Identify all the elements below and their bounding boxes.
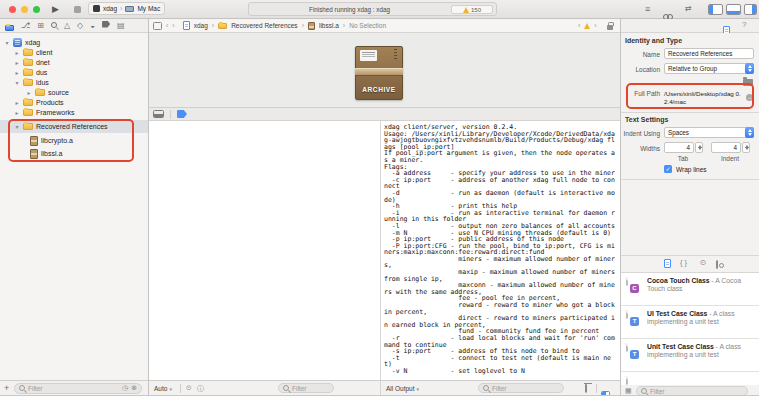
scheme-name: xdag: [103, 5, 117, 12]
warning-count-badge[interactable]: 150: [451, 5, 493, 14]
close-window-button[interactable]: [9, 6, 16, 13]
toggle-inspector-button[interactable]: [744, 4, 757, 15]
version-editor-button[interactable]: ⇄: [685, 4, 692, 13]
tree-row-libssl[interactable]: libssl.a: [30, 148, 62, 159]
breakpoint-navigator-icon[interactable]: [102, 21, 110, 31]
quick-help-inspector-tab[interactable]: ?: [742, 20, 746, 29]
disclosure-triangle[interactable]: ▸: [14, 109, 20, 116]
variables-scope-popup[interactable]: Auto▾: [154, 385, 172, 392]
navigator-filter-field[interactable]: Filter ◷ ⊗: [14, 383, 142, 394]
destination-name: My Mac: [137, 5, 160, 12]
toggle-debug-area-button[interactable]: [726, 4, 741, 15]
variables-filter-field[interactable]: Filter: [278, 383, 334, 393]
tab-width-field[interactable]: 4: [664, 142, 694, 153]
recent-files-filter-icon[interactable]: ◷: [122, 384, 128, 392]
chevron-right-icon: ›: [212, 22, 214, 29]
search-icon: [51, 22, 57, 28]
scheme-selector[interactable]: xdag › My Mac: [88, 2, 165, 15]
minimize-window-button[interactable]: [21, 6, 28, 13]
build-status-text: Finished running xdag : xdag: [249, 6, 450, 13]
full-path-value: /Users/xinli/Desktop/xdag 0.2.4/mac: [664, 90, 742, 105]
project-icon: [13, 38, 22, 47]
disclosure-triangle[interactable]: ▾: [14, 123, 20, 130]
console-filter-field[interactable]: Filter: [478, 383, 564, 393]
library-media-tab[interactable]: [716, 260, 718, 269]
archive-badge-text: ARCHIVE: [356, 86, 402, 93]
tree-row-label: Products: [36, 99, 64, 106]
stop-button[interactable]: [74, 6, 81, 13]
disclosure-triangle[interactable]: ▸: [26, 89, 32, 96]
navigator-selector-bar: ⎇ ⊞ △ ◇ ◒ ▤: [0, 19, 148, 33]
jumpbar-segment-file[interactable]: libssl.a: [319, 22, 339, 29]
related-items-icon[interactable]: [153, 22, 162, 30]
project-navigator-tab[interactable]: [5, 17, 14, 35]
jumpbar-segment-project[interactable]: xdag: [194, 22, 208, 29]
folder-icon: [23, 109, 33, 116]
library-objects-tab[interactable]: ⊙: [700, 258, 706, 267]
source-control-filter-icon[interactable]: ⊗: [131, 384, 137, 392]
name-field[interactable]: Recovered References: [664, 48, 754, 59]
previous-issue-button[interactable]: ‹: [578, 22, 580, 29]
chevron-right-icon: ›: [120, 5, 122, 12]
folder-icon: [23, 123, 33, 130]
tree-row-label: libssl.a: [41, 150, 62, 157]
test-navigator-icon[interactable]: ◇: [77, 21, 83, 31]
indent-popup-stepper[interactable]: [745, 127, 754, 138]
library-code-snippets-tab[interactable]: { }: [680, 258, 687, 267]
indent-width-stepper[interactable]: [742, 142, 750, 153]
editor-inspector-divider[interactable]: [620, 19, 621, 395]
console-scope-popup[interactable]: All Output▾: [386, 385, 419, 392]
go-forward-button[interactable]: ›: [172, 22, 174, 29]
next-issue-button[interactable]: ›: [594, 22, 596, 29]
location-popup[interactable]: Relative to Group: [664, 63, 754, 74]
jumpbar-segment-group[interactable]: Recovered References: [231, 22, 297, 29]
standard-editor-button[interactable]: ≡: [645, 4, 650, 14]
debug-console[interactable]: xdag client/server, version 0.2.4. Usage…: [380, 121, 620, 380]
disclosure-triangle[interactable]: ▾: [14, 79, 20, 86]
library-file-templates-tab[interactable]: [664, 259, 671, 268]
disclosure-triangle[interactable]: ▸: [14, 69, 20, 76]
disclosure-triangle[interactable]: ▸: [14, 99, 20, 106]
library-item-partial[interactable]: [620, 372, 759, 385]
full-path-jump-arrow-button[interactable]: →: [746, 94, 753, 101]
library-view-toggle-icon[interactable]: ▦: [625, 387, 632, 395]
activate-breakpoints-button[interactable]: [177, 110, 187, 118]
jump-bar: ‹ › xdag › Recovered References › libssl…: [148, 19, 620, 33]
tab-width-stepper[interactable]: [695, 142, 703, 153]
disclosure-triangle[interactable]: ▾: [4, 39, 10, 46]
toggle-navigator-button[interactable]: [708, 4, 723, 15]
warning-icon: [584, 23, 590, 29]
tree-row-frameworks[interactable]: ▸Frameworks: [14, 107, 75, 118]
location-label: Location: [620, 66, 660, 73]
clear-console-button[interactable]: [585, 384, 587, 393]
indent-using-popup[interactable]: Spaces: [664, 127, 754, 138]
issue-navigator-icon[interactable]: △: [64, 21, 70, 31]
library-item-unit-test-case-class[interactable]: T Unit Test Case Class - A class impleme…: [620, 339, 759, 372]
disclosure-triangle[interactable]: ▸: [14, 59, 20, 66]
location-popup-stepper[interactable]: [745, 63, 754, 74]
library-item-ui-test-case-class[interactable]: T UI Test Case Class - A class implement…: [620, 306, 759, 339]
zoom-window-button[interactable]: [33, 6, 40, 13]
disclosure-triangle[interactable]: ▸: [14, 49, 20, 56]
library-item-cocoa-touch-class[interactable]: C Cocoa Touch Class - A Cocoa Touch clas…: [620, 273, 759, 306]
indent-width-field[interactable]: 4: [711, 142, 741, 153]
debug-navigator-icon[interactable]: ◒: [90, 21, 95, 31]
report-navigator-icon[interactable]: ▤: [117, 21, 125, 31]
choose-location-folder-button[interactable]: [743, 79, 753, 86]
go-back-button[interactable]: ‹: [166, 22, 168, 29]
run-button[interactable]: ▶: [52, 5, 59, 14]
add-item-button[interactable]: +: [4, 383, 9, 393]
tree-row-recovered-references[interactable]: ▾Recovered References: [14, 121, 108, 132]
filter-placeholder: Filter: [292, 385, 306, 392]
hide-debug-area-button[interactable]: [153, 110, 164, 118]
tree-row-libcrypto[interactable]: libcrypto.a: [30, 135, 73, 146]
symbol-navigator-icon[interactable]: ⊞: [37, 21, 44, 31]
navigator-editor-divider[interactable]: [148, 19, 149, 395]
debug-info-icon[interactable]: ⓘ: [197, 384, 204, 394]
text-settings-section-title: Text Settings: [625, 116, 668, 123]
wrap-lines-checkbox[interactable]: ✓: [664, 165, 672, 173]
debug-memory-icon[interactable]: ⊙: [186, 384, 192, 392]
source-control-navigator-icon[interactable]: ⎇: [21, 21, 30, 31]
chevron-down-icon: ▾: [417, 386, 420, 392]
search-navigator-icon[interactable]: [51, 21, 57, 31]
